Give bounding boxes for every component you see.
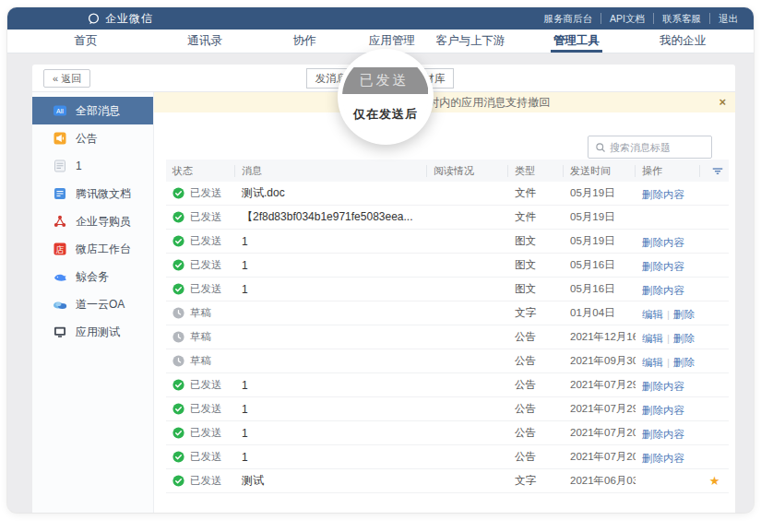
type-cell: 公告 (508, 402, 564, 416)
date-cell: 05月19日 (564, 186, 636, 200)
table-row: 草稿文字01月04日编辑删除 (166, 301, 729, 325)
sent-check-icon (172, 451, 184, 463)
action-link-编辑[interactable]: 编辑 (642, 309, 663, 320)
message-title[interactable]: 1 (235, 379, 427, 392)
action-link-删除内容[interactable]: 删除内容 (642, 189, 684, 200)
action-link-编辑[interactable]: 编辑 (642, 357, 663, 368)
message-title[interactable]: 测试 (235, 473, 427, 489)
nav-tab-0[interactable]: 首页 (75, 30, 98, 53)
back-button[interactable]: « 返回 (43, 69, 90, 88)
sidebar-item-label: 1 (76, 160, 82, 172)
action-link-删除[interactable]: 删除 (663, 357, 695, 368)
table-row: 已发送1公告2021年07月29日删除内容 (166, 373, 729, 397)
message-title[interactable]: 1 (235, 451, 427, 464)
filter-icon[interactable] (711, 164, 724, 177)
topbar-link-3[interactable]: 退出 (709, 13, 746, 24)
actions-cell: 删除内容 (636, 377, 700, 394)
nav-tab-6[interactable]: 我的企业 (660, 30, 706, 53)
action-link-删除内容[interactable]: 删除内容 (642, 453, 684, 464)
actions-cell: 删除内容 (636, 425, 700, 442)
status-cell: 草稿 (166, 330, 235, 344)
nav-tab-2[interactable]: 协作 (293, 30, 316, 53)
sent-check-icon (172, 379, 184, 391)
table-row: 已发送1图文05月16日删除内容 (166, 254, 729, 278)
message-title[interactable]: 1 (235, 235, 427, 248)
sidebar-item-3[interactable]: 腾讯微文档 (32, 180, 153, 207)
message-title[interactable]: 1 (235, 259, 427, 272)
type-cell: 文件 (508, 210, 564, 224)
main-nav: 首页通讯录协作应用管理客户与上下游管理工具我的企业 (7, 30, 754, 53)
nav-tab-3[interactable]: 应用管理 (369, 30, 415, 53)
date-cell: 2021年07月20日 (564, 426, 636, 440)
action-link-删除内容[interactable]: 删除内容 (642, 261, 684, 272)
date-cell: 2021年12月16日 (564, 330, 636, 344)
message-title[interactable]: 测试.doc (235, 185, 427, 201)
close-icon[interactable]: × (719, 92, 726, 112)
status-cell: 已发送 (166, 282, 235, 296)
sidebar-item-4[interactable]: 企业导购员 (32, 207, 153, 235)
megaphone-icon (53, 131, 67, 146)
draft-clock-icon (172, 331, 184, 343)
action-link-删除内容[interactable]: 删除内容 (642, 405, 684, 416)
status-cell: 已发送 (166, 258, 235, 272)
type-cell: 公告 (508, 378, 564, 392)
action-link-删除内容[interactable]: 删除内容 (642, 285, 684, 296)
action-link-删除内容[interactable]: 删除内容 (642, 429, 684, 440)
sidebar-item-7[interactable]: 道一云OA (32, 290, 153, 318)
monitor-icon (53, 325, 67, 339)
sidebar-item-label: 微店工作台 (76, 242, 131, 257)
status-label: 已发送 (190, 474, 222, 488)
sidebar-item-1[interactable]: 公告 (32, 124, 153, 152)
status-label: 已发送 (190, 426, 222, 440)
svg-text:All: All (56, 108, 64, 114)
app-logo[interactable]: 企业微信 (7, 11, 153, 27)
actions-cell: 编辑删除 (636, 305, 700, 322)
search-input[interactable] (610, 142, 711, 153)
star-icon[interactable]: ★ (709, 474, 720, 488)
actions-cell: 删除内容 (636, 257, 700, 274)
table-row: 已发送1公告2021年07月29日删除内容 (166, 397, 729, 421)
sidebar-item-6[interactable]: 鲸会务 (32, 263, 153, 290)
app-sidebar: All全部消息公告1腾讯微文档企业导购员店微店工作台鲸会务道一云OA应用测试 (32, 92, 154, 513)
nav-tab-1[interactable]: 通讯录 (187, 30, 222, 53)
topbar-link-2[interactable]: 联系客服 (653, 13, 709, 24)
column-header-3: 类型 (508, 165, 564, 177)
table-row: 已发送1公告2021年07月20日删除内容 (166, 445, 729, 469)
status-cell: 已发送 (166, 474, 235, 488)
action-link-编辑[interactable]: 编辑 (642, 333, 663, 344)
whale-icon (53, 269, 67, 284)
nav-tab-4[interactable]: 客户与上下游 (436, 30, 505, 53)
date-cell: 01月04日 (564, 306, 636, 320)
actions-cell: 删除内容 (636, 233, 700, 250)
type-cell: 文字 (508, 306, 564, 320)
message-title[interactable]: 【2f8d83bf034b1e971fe5083eea... (235, 209, 427, 225)
sidebar-item-0[interactable]: All全部消息 (32, 97, 153, 124)
message-title[interactable]: 1 (235, 403, 427, 416)
column-header-5: 操作 (636, 165, 700, 177)
status-label: 已发送 (190, 234, 222, 248)
actions-cell: 删除内容 (636, 185, 700, 202)
doc-icon (53, 186, 67, 201)
action-link-删除内容[interactable]: 删除内容 (642, 237, 684, 248)
sidebar-item-5[interactable]: 店微店工作台 (32, 235, 153, 263)
type-cell: 公告 (508, 450, 564, 464)
topbar-link-1[interactable]: API文档 (600, 13, 653, 24)
draft-clock-icon (172, 307, 184, 319)
table-row: 已发送【2f8d83bf034b1e971fe5083eea...文件05月19… (166, 206, 729, 230)
message-title[interactable]: 1 (235, 283, 427, 296)
action-link-删除[interactable]: 删除 (663, 333, 695, 344)
nav-tab-5[interactable]: 管理工具 (553, 30, 600, 53)
status-cell: 已发送 (166, 378, 235, 392)
sidebar-item-8[interactable]: 应用测试 (32, 318, 153, 346)
status-cell: 已发送 (166, 402, 235, 416)
actions-cell: 删除内容 (636, 401, 700, 418)
type-cell: 图文 (508, 282, 564, 296)
sidebar-item-2[interactable]: 1 (32, 152, 153, 180)
sent-check-icon (172, 403, 184, 415)
actions-cell: 删除内容 (636, 449, 700, 466)
message-title[interactable]: 1 (235, 427, 427, 440)
action-link-删除[interactable]: 删除 (663, 309, 695, 320)
topbar-link-0[interactable]: 服务商后台 (536, 13, 601, 24)
cloud-icon (53, 297, 67, 312)
action-link-删除内容[interactable]: 删除内容 (642, 381, 684, 392)
